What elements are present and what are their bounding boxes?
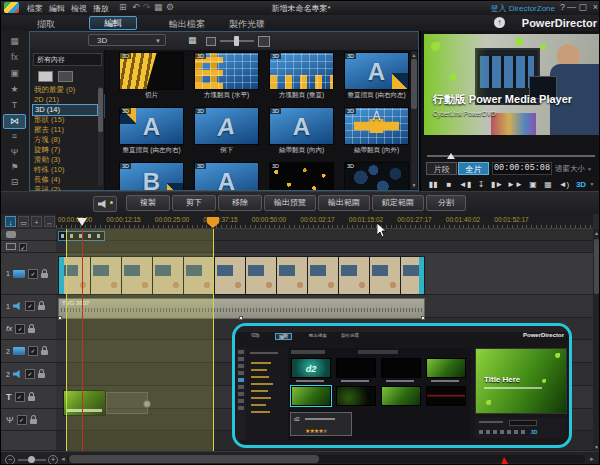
grid-menu-icon[interactable]: ▦ (154, 2, 163, 12)
cut-button[interactable]: 剪下 (172, 195, 216, 211)
track-enable-checkbox[interactable]: ✓ (17, 415, 27, 425)
tab-edit[interactable]: 編輯 (89, 16, 137, 30)
transition-tile-ribbon-out[interactable]: 3D A (344, 107, 409, 145)
menu-file[interactable]: 檔案 (27, 3, 43, 14)
scroll-right-icon[interactable]: ► (589, 456, 595, 462)
clip-handle[interactable] (239, 316, 243, 320)
transition-tile-block-flip-h[interactable]: 3D (194, 52, 259, 90)
next-frame-button[interactable]: ▮► (490, 178, 504, 191)
view-mode-icon[interactable]: ▭ (18, 216, 29, 227)
add-track-icon[interactable]: + (31, 216, 42, 227)
scroll-down-icon[interactable]: ▼ (411, 182, 417, 188)
login-directorzone-link[interactable]: 登入 DirectorZone (491, 3, 555, 14)
pip-objects-room-icon[interactable]: ▣ (4, 67, 25, 80)
lock-icon[interactable] (28, 328, 35, 333)
track-enable-checkbox[interactable]: ✓ (28, 269, 38, 279)
category-rotate[interactable]: 旋轉 (7) (34, 145, 96, 155)
category-favorites[interactable]: 我的最愛 (0) (34, 85, 96, 95)
preview-timecode[interactable]: 00:00:05:08 (492, 162, 552, 175)
transition-tile-ribbon-in[interactable]: 3D A (269, 107, 334, 145)
category-block[interactable]: 方塊 (8) (34, 135, 96, 145)
menu-view[interactable]: 檢視 (71, 3, 87, 14)
thumb-size-large-icon[interactable] (258, 36, 270, 47)
all-content-label[interactable]: 所有內容 (33, 53, 102, 66)
transition-behavior-button[interactable] (93, 196, 117, 212)
timeline-vertical-scrollbar[interactable]: ▲ ▼ (593, 229, 600, 451)
audio-track-2-header[interactable]: 2 ✓ (1, 363, 56, 386)
track-enable-checkbox[interactable]: ✓ (15, 392, 25, 402)
video-track-1-header[interactable]: 1 ✓ (1, 253, 56, 295)
lock-icon[interactable] (28, 396, 35, 401)
transition-tile-fold-lr[interactable]: 3D A (119, 107, 184, 145)
category-bar[interactable]: 長條 (4) (34, 175, 96, 185)
seek-marker[interactable] (447, 149, 455, 159)
track-enable-checkbox[interactable]: ✓ (25, 369, 35, 379)
thumb-size-small-icon[interactable] (206, 37, 216, 46)
timeline-ruler[interactable]: 00:00:00:00 00:00:12:15 00:00:25:00 00:0… (56, 214, 593, 229)
snapshot-camera-button[interactable]: ▣ (527, 178, 539, 191)
transition-tile-fold-rl[interactable]: 3D A (344, 52, 409, 90)
clip-mode-button[interactable]: 片段 (426, 162, 457, 175)
category-filter-dropdown[interactable]: 3D ▼ (88, 34, 166, 46)
transition-behavior-cross-icon[interactable] (38, 71, 53, 82)
restore-button[interactable]: ▢ (578, 2, 587, 12)
transition-tile-partial[interactable]: 3D (269, 162, 334, 190)
voice-track-header[interactable]: Ψ ✓ (1, 409, 56, 431)
playhead-handle[interactable] (77, 218, 87, 231)
close-button[interactable]: × (593, 2, 598, 12)
subtitle-room-icon[interactable]: ⊟ (4, 176, 25, 189)
title-track-header[interactable]: T ✓ (1, 386, 56, 409)
lock-icon[interactable] (30, 419, 37, 424)
tab-create-disc[interactable]: 製作光碟 (229, 18, 265, 31)
undo-icon[interactable]: ↶ (132, 2, 140, 12)
category-shape[interactable]: 形狀 (15) (34, 115, 96, 125)
audio-mixing-room-icon[interactable]: ≡ (4, 130, 25, 143)
category-wipe[interactable]: 擦去 (11) (34, 125, 96, 135)
clip-handle[interactable] (58, 316, 62, 320)
lock-icon[interactable] (41, 273, 48, 278)
copy-button[interactable]: 複製 (126, 195, 170, 211)
transition-tile-topple[interactable]: 3D A (194, 107, 259, 145)
split-button[interactable]: 分割 (426, 195, 466, 211)
settings-gear-icon[interactable]: ⚙ (166, 2, 174, 12)
track-enable-checkbox[interactable]: ✓ (25, 301, 35, 311)
selected-range-overlay[interactable] (66, 229, 214, 451)
fit-timeline-icon[interactable]: ↔ (44, 216, 55, 227)
track-enable-checkbox[interactable]: ✓ (28, 346, 38, 356)
goto-start-button[interactable]: ↧ (475, 178, 487, 191)
voice-record-room-icon[interactable]: Ψ (4, 146, 25, 159)
timeline-zoom-handle[interactable] (28, 456, 35, 463)
chapter-room-icon[interactable]: ⚑ (4, 161, 25, 174)
track-manager-icon[interactable]: ↓ (5, 216, 16, 227)
marker-track-header[interactable]: ✓ (1, 241, 56, 253)
dual-preview-button[interactable]: ▦ (542, 178, 554, 191)
video-track-2-header[interactable]: 2 ✓ (1, 340, 56, 363)
transition-tile-partial[interactable]: 3D A (194, 162, 259, 190)
thumb-size-slider-handle[interactable] (234, 36, 239, 46)
audio-track-1-header[interactable]: 1 ✓ (1, 295, 56, 318)
effect-track-header[interactable]: fx ✓ (1, 318, 56, 340)
stop-button[interactable]: ■ (443, 178, 455, 191)
chevron-down-icon[interactable]: ▼ (589, 178, 595, 191)
movie-mode-button[interactable]: 全片 (458, 162, 489, 175)
transition-room-icon[interactable]: ⋈ (3, 114, 26, 129)
render-preview-button[interactable]: 輸出預覽 (264, 195, 316, 211)
menu-play[interactable]: 播放 (93, 3, 109, 14)
checkbox[interactable]: ✓ (19, 243, 27, 251)
menu-edit[interactable]: 編輯 (49, 3, 65, 14)
scroll-up-icon[interactable]: ▲ (411, 52, 417, 58)
transition-behavior-overlap-icon[interactable] (58, 71, 73, 82)
3d-mode-button[interactable]: 3D (574, 178, 588, 191)
pause-button[interactable]: ▮▮ (426, 178, 440, 191)
produce-range-button[interactable]: 輸出範圍 (318, 195, 370, 211)
fast-forward-button[interactable]: ►► (507, 178, 523, 191)
lock-range-button[interactable]: 鎖定範圍 (372, 195, 424, 211)
media-room-icon[interactable]: ▦ (4, 35, 25, 48)
previous-frame-button[interactable]: ◄▮ (458, 178, 472, 191)
fit-mode-dropdown[interactable]: 適窗大小 ▼ (555, 164, 592, 174)
zoom-out-button[interactable]: − (5, 455, 15, 465)
tab-capture[interactable]: 擷取 (37, 18, 55, 31)
lock-icon[interactable] (38, 305, 45, 310)
scroll-left-icon[interactable]: ◄ (60, 456, 66, 462)
transition-tile-block-flip-v[interactable]: 3D (269, 52, 334, 90)
